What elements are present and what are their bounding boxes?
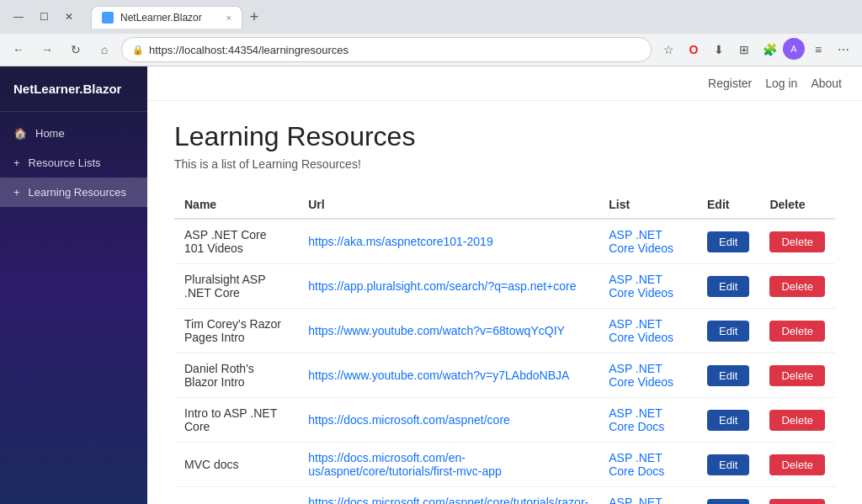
lock-icon: 🔒: [132, 45, 144, 56]
tab-bar: NetLearner.Blazor × +: [84, 5, 273, 29]
app-container: NetLearner.Blazor 🏠 Home + Resource List…: [0, 66, 862, 504]
login-link[interactable]: Log in: [765, 77, 797, 90]
sidebar-resource-lists-label: Resource Lists: [29, 157, 101, 169]
sidebar-brand: NetLearner.Blazor: [0, 66, 147, 112]
cell-delete-5: Delete: [759, 443, 835, 487]
opera-btn[interactable]: O: [682, 38, 705, 61]
tab-close-btn[interactable]: ×: [226, 13, 231, 23]
cell-delete-6: Delete: [759, 487, 835, 505]
active-tab[interactable]: NetLearner.Blazor ×: [91, 6, 242, 29]
cell-url-4: https://docs.microsoft.com/aspnet/core: [298, 398, 599, 443]
table-row: ASP .NET Core 101 Videos https://aka.ms/…: [174, 219, 835, 264]
home-btn[interactable]: ⌂: [93, 38, 116, 61]
sidebar-item-learning-resources[interactable]: + Learning Resources: [0, 178, 147, 207]
delete-button-5[interactable]: Delete: [769, 454, 825, 475]
plus-icon-learning: +: [13, 186, 20, 199]
save-btn[interactable]: ⬇: [707, 38, 731, 61]
content-area: Learning Resources This is a list of Lea…: [147, 101, 862, 504]
delete-button-0[interactable]: Delete: [769, 231, 825, 252]
main-content: Register Log in About Learning Resources…: [147, 66, 862, 504]
cell-list-4: ASP .NET Core Docs: [599, 398, 697, 443]
cell-list-0: ASP .NET Core Videos: [599, 219, 697, 264]
list-link-6[interactable]: ASP .NET Core Docs: [609, 496, 664, 504]
url-link-3[interactable]: https://www.youtube.com/watch?v=y7LAbdoN…: [308, 369, 569, 382]
list-link-4[interactable]: ASP .NET Core Docs: [609, 406, 664, 433]
profile-btn[interactable]: A: [783, 38, 805, 60]
cell-name-2: Tim Corey's Razor Pages Intro: [174, 309, 298, 353]
sidebar-learning-resources-label: Learning Resources: [29, 186, 126, 199]
cell-url-1: https://app.pluralsight.com/search/?q=as…: [298, 264, 599, 309]
url-link-4[interactable]: https://docs.microsoft.com/aspnet/core: [308, 413, 510, 427]
extensions-btn[interactable]: 🧩: [758, 38, 781, 61]
list-link-5[interactable]: ASP .NET Core Docs: [609, 451, 664, 478]
cell-list-6: ASP .NET Core Docs: [599, 487, 697, 505]
delete-button-3[interactable]: Delete: [769, 365, 825, 386]
edit-button-6[interactable]: Edit: [707, 499, 749, 505]
cell-name-0: ASP .NET Core 101 Videos: [174, 219, 298, 264]
restore-btn[interactable]: ☐: [32, 5, 56, 29]
cell-list-3: ASP .NET Core Videos: [599, 353, 697, 398]
menu-btn[interactable]: ⋯: [832, 38, 855, 61]
browser-controls: — ☐ ✕: [7, 5, 81, 29]
cell-url-5: https://docs.microsoft.com/en-us/aspnet/…: [298, 443, 599, 487]
cell-url-6: https://docs.microsoft.com/aspnet/core/t…: [298, 487, 599, 505]
url-link-5[interactable]: https://docs.microsoft.com/en-us/aspnet/…: [308, 451, 502, 478]
table-row: Pluralsight ASP .NET Core https://app.pl…: [174, 264, 835, 309]
url-link-6[interactable]: https://docs.microsoft.com/aspnet/core/t…: [308, 496, 588, 504]
table-row: Intro to ASP .NET Core https://docs.micr…: [174, 398, 835, 443]
table-row: MVC docs https://docs.microsoft.com/en-u…: [174, 443, 835, 487]
back-btn[interactable]: ←: [7, 38, 30, 61]
cell-name-3: Daniel Roth's Blazor Intro: [174, 353, 298, 398]
cell-edit-0: Edit: [697, 219, 759, 264]
edit-button-2[interactable]: Edit: [707, 321, 749, 342]
sidebar-item-resource-lists[interactable]: + Resource Lists: [0, 148, 147, 178]
list-link-3[interactable]: ASP .NET Core Videos: [609, 362, 673, 389]
edit-button-4[interactable]: Edit: [707, 410, 749, 431]
top-nav: Register Log in About: [147, 66, 862, 101]
url-link-1[interactable]: https://app.pluralsight.com/search/?q=as…: [308, 279, 576, 293]
cell-url-0: https://aka.ms/aspnetcore101-2019: [298, 219, 599, 264]
list-link-0[interactable]: ASP .NET Core Videos: [609, 228, 673, 255]
table-row: Daniel Roth's Blazor Intro https://www.y…: [174, 353, 835, 398]
cell-delete-4: Delete: [759, 398, 835, 443]
forward-btn[interactable]: →: [35, 38, 59, 61]
delete-button-2[interactable]: Delete: [769, 321, 825, 342]
tab-favicon: [102, 12, 114, 24]
sidebar-item-home[interactable]: 🏠 Home: [0, 119, 147, 148]
table-body: ASP .NET Core 101 Videos https://aka.ms/…: [174, 219, 835, 504]
about-link[interactable]: About: [811, 77, 842, 90]
delete-button-4[interactable]: Delete: [769, 410, 825, 431]
address-bar[interactable]: 🔒 https://localhost:44354/learningresour…: [121, 37, 652, 62]
minimize-btn[interactable]: —: [7, 5, 30, 29]
cell-name-1: Pluralsight ASP .NET Core: [174, 264, 298, 309]
edit-button-1[interactable]: Edit: [707, 276, 749, 297]
cell-edit-3: Edit: [697, 353, 759, 398]
page-subtitle: This is a list of Learning Resources!: [174, 157, 835, 171]
cell-edit-6: Edit: [697, 487, 759, 505]
star-btn[interactable]: ☆: [657, 38, 680, 61]
col-header-name: Name: [174, 191, 298, 219]
list-link-2[interactable]: ASP .NET Core Videos: [609, 317, 673, 344]
reload-btn[interactable]: ↻: [64, 38, 88, 61]
delete-button-1[interactable]: Delete: [769, 276, 825, 297]
list-link-1[interactable]: ASP .NET Core Videos: [609, 273, 673, 300]
cell-edit-4: Edit: [697, 398, 759, 443]
table-row: Tim Corey's Razor Pages Intro https://ww…: [174, 309, 835, 353]
edit-button-5[interactable]: Edit: [707, 454, 749, 475]
sidebar-nav: 🏠 Home + Resource Lists + Learning Resou…: [0, 112, 147, 504]
edit-button-0[interactable]: Edit: [707, 231, 749, 252]
url-link-2[interactable]: https://www.youtube.com/watch?v=68towqYc…: [308, 324, 565, 337]
table-row: Razor Pages Docs https://docs.microsoft.…: [174, 487, 835, 505]
delete-button-6[interactable]: Delete: [769, 499, 825, 505]
col-header-url: Url: [298, 191, 599, 219]
cell-edit-5: Edit: [697, 443, 759, 487]
bookmark-btn[interactable]: ⊞: [732, 38, 756, 61]
register-link[interactable]: Register: [708, 77, 752, 90]
cell-edit-2: Edit: [697, 309, 759, 353]
url-link-0[interactable]: https://aka.ms/aspnetcore101-2019: [308, 235, 492, 248]
table-header: Name Url List Edit Delete: [174, 191, 835, 219]
edit-button-3[interactable]: Edit: [707, 365, 749, 386]
sidebar-toggle-btn[interactable]: ≡: [806, 38, 830, 61]
close-btn[interactable]: ✕: [57, 5, 81, 29]
new-tab-btn[interactable]: +: [242, 5, 266, 29]
